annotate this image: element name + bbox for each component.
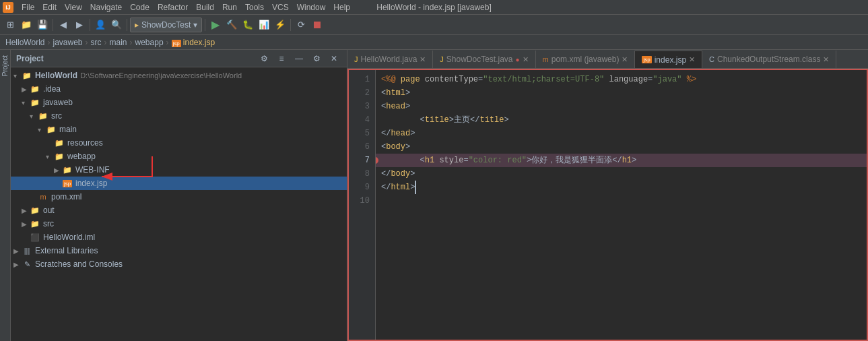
debug-button[interactable]: 🐛 xyxy=(240,18,255,32)
toolbar-new-btn[interactable]: ⊞ xyxy=(3,18,18,32)
breadcrumb-main[interactable]: main xyxy=(110,38,127,47)
tree-item-webapp[interactable]: ▾ 📁 webapp xyxy=(11,150,347,163)
menu-window[interactable]: Window xyxy=(293,2,330,13)
menu-help[interactable]: Help xyxy=(329,2,354,13)
line-num-6: 6 xyxy=(349,140,375,154)
run-button[interactable]: ▶ xyxy=(208,18,223,32)
tab-label-indexjsp: index.jsp xyxy=(655,55,686,65)
breadcrumb-file[interactable]: jspindex.jsp xyxy=(172,38,215,47)
tree-item-src-javaweb[interactable]: ▾ 📁 src xyxy=(11,109,347,123)
tree-item-src-top[interactable]: ▶ 📁 src xyxy=(11,217,347,230)
menu-file[interactable]: File xyxy=(18,2,38,13)
toolbar-sep-4 xyxy=(205,19,205,31)
extlib-icon: ||| xyxy=(22,245,32,256)
breadcrumb-webapp[interactable]: webapp xyxy=(135,38,164,47)
profile-button[interactable]: ⚡ xyxy=(273,18,288,32)
folder-icon-main: 📁 xyxy=(46,124,57,135)
toolbar: ⊞ 📁 💾 ◀ ▶ 👤 🔍 ▸ ShowDocTest ▾ ▶ 🔨 🐛 📊 ⚡ … xyxy=(0,15,868,35)
toolbar-user-btn[interactable]: 👤 xyxy=(93,18,108,32)
tree-item-idea[interactable]: ▶ 📁 .idea xyxy=(11,82,347,96)
tree-expand-icon[interactable]: ≡ xyxy=(274,51,289,66)
coverage-button[interactable]: 📊 xyxy=(257,18,271,32)
menu-navigate[interactable]: Navigate xyxy=(86,2,126,13)
run-config-dropdown[interactable]: ▸ ShowDocTest ▾ xyxy=(130,18,202,32)
folder-icon-idea: 📁 xyxy=(30,84,40,94)
jsp-file-icon: jsp xyxy=(62,178,73,189)
tab-close-indexjsp[interactable]: ✕ xyxy=(689,55,695,64)
tree-item-resources[interactable]: ▶ 📁 resources xyxy=(11,136,347,150)
tree-item-extlib[interactable]: ▶ ||| External Libraries xyxy=(11,244,347,257)
toolbar-sep-3 xyxy=(127,19,127,31)
tree-label-extlib: External Libraries xyxy=(35,246,98,255)
toolbar-back-btn[interactable]: ◀ xyxy=(56,18,71,32)
tab-showdoctest[interactable]: J ShowDocTest.java ● ✕ xyxy=(433,51,535,68)
toolbar-forward-btn[interactable]: ▶ xyxy=(72,18,87,32)
tree-gear-icon[interactable]: ⚙ xyxy=(257,51,271,66)
tree-item-root[interactable]: ▾ 📁 HelloWorld D:\SoftwareEngineering\ja… xyxy=(11,69,347,82)
toolbar-search-btn[interactable]: 🔍 xyxy=(109,18,124,32)
build-button[interactable]: 🔨 xyxy=(224,18,239,32)
menu-code[interactable]: Code xyxy=(126,2,154,13)
git-update-btn[interactable]: ⟳ xyxy=(294,18,308,32)
menu-bar: IJ File Edit View Navigate Code Refactor… xyxy=(0,0,868,15)
code-content[interactable]: <%@ page contentType="text/html;charset=… xyxy=(376,70,867,340)
tree-item-out[interactable]: ▶ 📁 out xyxy=(11,204,347,217)
tree-label-resources: resources xyxy=(67,138,103,148)
tabs-bar: J HelloWorld.java ✕ J ShowDocTest.java ●… xyxy=(347,50,868,69)
tree-item-pomxml[interactable]: ▶ m pom.xml xyxy=(11,190,347,204)
tree-item-iml[interactable]: ▶ ⬛ HelloWorld.iml xyxy=(11,230,347,244)
tab-icon-pom: m xyxy=(543,55,549,63)
tab-label-hwjava: HelloWorld.java xyxy=(361,55,418,64)
tab-label-chunked: ChunkedOutputStream.class xyxy=(717,55,820,64)
menu-build[interactable]: Build xyxy=(192,2,218,13)
tab-pomxml[interactable]: m pom.xml (javaweb) ✕ xyxy=(536,51,636,68)
tree-item-scratches[interactable]: ▶ ✎ Scratches and Consoles xyxy=(11,257,347,271)
tree-arrow-resources: ▶ xyxy=(46,140,54,147)
stop-button[interactable]: ⏹ xyxy=(310,18,325,32)
tab-label-showdoc: ShowDocTest.java xyxy=(446,55,513,64)
app-logo: IJ xyxy=(3,2,13,13)
tab-chunkedoutputstream[interactable]: C ChunkedOutputStream.class ✕ xyxy=(702,51,836,68)
breadcrumb-project[interactable]: HelloWorld xyxy=(5,38,44,47)
menu-vcs[interactable]: VCS xyxy=(268,2,293,13)
tree-item-indexjsp[interactable]: ▶ jsp index.jsp xyxy=(11,177,347,190)
code-line-3: <head> xyxy=(376,100,867,113)
tree-item-webinf[interactable]: ▶ 📁 WEB-INF xyxy=(11,163,347,177)
code-line-8: </body> xyxy=(376,167,867,181)
toolbar-save-btn[interactable]: 💾 xyxy=(35,18,50,32)
tree-settings-icon[interactable]: ⚙ xyxy=(309,51,324,66)
tab-close-showdoc[interactable]: ✕ xyxy=(523,55,529,64)
code-text-3: <head> xyxy=(381,100,410,113)
tree-arrow-iml: ▶ xyxy=(22,234,30,241)
line-num-2: 2 xyxy=(349,86,375,100)
tree-arrow-src: ▾ xyxy=(30,113,38,120)
menu-run[interactable]: Run xyxy=(218,2,241,13)
scratches-icon: ✎ xyxy=(22,259,32,270)
menu-edit[interactable]: Edit xyxy=(38,2,61,13)
menu-tools[interactable]: Tools xyxy=(241,2,268,13)
tab-indexjsp[interactable]: jsp index.jsp ✕ xyxy=(635,51,702,68)
breadcrumb-src[interactable]: src xyxy=(91,38,102,47)
tree-item-main[interactable]: ▾ 📁 main xyxy=(11,123,347,136)
project-panel-label[interactable]: Project xyxy=(0,50,11,341)
breadcrumb: HelloWorld › javaweb › src › main › weba… xyxy=(0,35,868,50)
tree-close-icon[interactable]: ✕ xyxy=(327,51,341,66)
code-text-7: <h1 style="color: red">你好，我是狐狸半面添</h1> xyxy=(381,154,636,167)
toolbar-open-btn[interactable]: 📁 xyxy=(19,18,34,32)
code-line-10 xyxy=(376,194,867,208)
tab-helloworldjava[interactable]: J HelloWorld.java ✕ xyxy=(347,51,433,68)
tab-close-pom[interactable]: ✕ xyxy=(622,55,628,64)
tab-close-chunked[interactable]: ✕ xyxy=(823,55,829,64)
file-tree-title: Project xyxy=(16,54,44,63)
tree-item-javaweb[interactable]: ▾ 📁 javaweb xyxy=(11,96,347,109)
tree-arrow-scratches: ▶ xyxy=(13,261,22,268)
tree-collapse-icon[interactable]: — xyxy=(292,51,306,66)
line-numbers: 1 2 3 4 5 6 7 8 9 10 xyxy=(349,70,376,340)
toolbar-sep-2 xyxy=(90,19,90,31)
menu-refactor[interactable]: Refactor xyxy=(154,2,192,13)
toolbar-sep-1 xyxy=(53,19,53,31)
line-num-5: 5 xyxy=(349,127,375,140)
breadcrumb-module[interactable]: javaweb xyxy=(53,38,82,47)
menu-view[interactable]: View xyxy=(61,2,86,13)
tab-close-hwjava[interactable]: ✕ xyxy=(420,55,426,64)
